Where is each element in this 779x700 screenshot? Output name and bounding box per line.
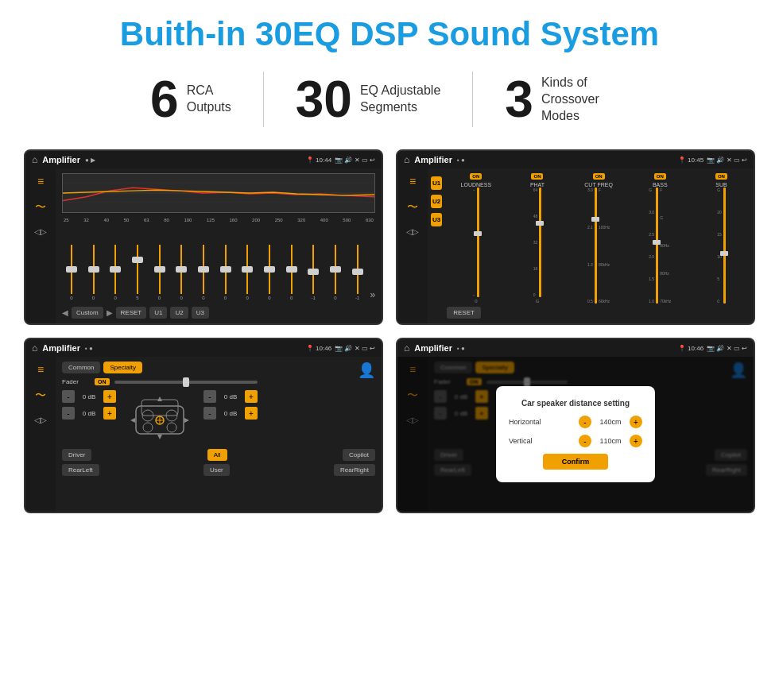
next-icon[interactable]: ▶ <box>107 308 113 317</box>
sidebar-wave-icon[interactable]: 〜 <box>35 200 46 215</box>
plus-btn-4[interactable]: + <box>245 407 258 420</box>
bass-slider <box>656 188 658 304</box>
sidebar-wave-icon-3[interactable]: 〜 <box>35 389 46 403</box>
sidebar-vol-icon[interactable]: ◁▷ <box>34 227 47 236</box>
crossover-channels: ON LOUDNESS ~~ 0 <box>447 173 750 319</box>
u3-preset[interactable]: U3 <box>431 213 442 226</box>
screenshots-grid: ⌂ Amplifier ● ▶ 📍 10:44 📷 🔊 ✕ ▭ ↩ ≡ 〜 ◁▷ <box>24 149 755 513</box>
screen-fader: ⌂ Amplifier ▪ ● 📍 10:46 📷 🔊 ✕ ▭ ↩ ≡ 〜 ◁▷ <box>24 338 383 513</box>
home-icon-4[interactable]: ⌂ <box>404 342 409 354</box>
ch-on-sub[interactable]: ON <box>715 173 727 180</box>
custom-btn[interactable]: Custom <box>72 307 103 319</box>
eq-slider-8: 0 <box>216 245 235 300</box>
sidebar-vol-icon-2[interactable]: ◁▷ <box>406 227 419 236</box>
status-bar-1: ⌂ Amplifier ● ▶ 📍 10:44 📷 🔊 ✕ ▭ ↩ <box>25 151 382 168</box>
db-value-3: 0 dB <box>219 393 242 400</box>
eq-bottom-controls: ◀ Custom ▶ RESET U1 U2 U3 <box>62 307 375 319</box>
plus-btn-1[interactable]: + <box>103 390 116 403</box>
u1-preset[interactable]: U1 <box>431 176 442 190</box>
ch-cutfreq: ON CUT FREQ 3.02.11.30.5 <box>570 173 628 304</box>
sidebar-eq-icon[interactable]: ≡ <box>37 175 44 188</box>
reset-btn-2[interactable]: RESET <box>447 307 481 319</box>
minus-btn-1[interactable]: - <box>62 390 75 403</box>
screen-dialog: ⌂ Amplifier ▪ ● 📍 10:46 📷 🔊 ✕ ▭ ↩ ≡ 〜 ◁▷ <box>396 338 755 513</box>
horizontal-value: 140cm <box>595 418 626 426</box>
horizontal-minus-btn[interactable]: - <box>579 416 591 428</box>
confirm-button[interactable]: Confirm <box>543 454 609 470</box>
prev-icon[interactable]: ◀ <box>62 308 68 317</box>
reset-btn-1[interactable]: RESET <box>116 307 147 319</box>
eq-slider-5: 0 <box>150 245 169 300</box>
icons-2: 📷 🔊 ✕ ▭ ↩ <box>707 157 747 164</box>
plus-btn-3[interactable]: + <box>245 390 258 403</box>
screen-content-1: ≡ 〜 ◁▷ <box>25 168 382 323</box>
eq-slider-2: 0 <box>84 245 103 300</box>
icons-4: 📷 🔊 ✕ ▭ ↩ <box>707 345 747 352</box>
home-icon-3[interactable]: ⌂ <box>32 342 37 354</box>
screen-crossover: ⌂ Amplifier ▪ ● 📍 10:45 📷 🔊 ✕ ▭ ↩ ≡ 〜 ◁▷ <box>396 149 755 325</box>
svg-point-9 <box>167 423 176 432</box>
ch-loudness: ON LOUDNESS ~~ 0 <box>447 173 505 304</box>
eq-slider-13: 0 <box>326 245 345 300</box>
fader-on-badge[interactable]: ON <box>95 378 110 385</box>
vertical-minus-btn[interactable]: - <box>579 435 591 447</box>
horizontal-plus-btn[interactable]: + <box>630 416 642 428</box>
home-icon-1[interactable]: ⌂ <box>32 154 37 165</box>
left-sidebar-3: ≡ 〜 ◁▷ <box>25 357 56 512</box>
dialog-title: Car speaker distance setting <box>509 399 642 408</box>
stats-row: 6 RCAOutputs 30 EQ AdjustableSegments 3 … <box>24 72 755 127</box>
stat-eq-label: EQ AdjustableSegments <box>360 83 440 116</box>
driver-btn-3[interactable]: Driver <box>62 449 91 461</box>
ch-on-phat[interactable]: ON <box>531 173 543 180</box>
rearleft-btn-3[interactable]: RearLeft <box>62 464 99 476</box>
fader-slider-h[interactable] <box>114 381 258 384</box>
ch-on-bass[interactable]: ON <box>654 173 666 180</box>
sidebar-vol-icon-3[interactable]: ◁▷ <box>34 416 47 424</box>
ch-on-cutfreq[interactable]: ON <box>593 173 605 180</box>
eq-graph <box>62 173 375 213</box>
vertical-label: Vertical <box>509 437 556 445</box>
u1-btn-1[interactable]: U1 <box>149 307 167 319</box>
dialog-overlay: Car speaker distance setting Horizontal … <box>397 357 754 512</box>
app-title-2: Amplifier <box>414 155 452 164</box>
specialty-tab-3[interactable]: Specialty <box>103 362 141 373</box>
svg-point-8 <box>143 423 153 432</box>
plus-btn-2[interactable]: + <box>103 407 116 420</box>
ch-bass: ON BASS G3.02.52.01.51.0 <box>631 173 689 304</box>
ch-on-loudness[interactable]: ON <box>470 173 482 180</box>
screen-content-4: ≡ 〜 ◁▷ Common Specialty Fader <box>397 357 754 512</box>
stat-rca-number: 6 <box>150 74 179 125</box>
eq-slider-10: 0 <box>260 245 279 300</box>
ch-phat: ON PHAT 644832160 <box>508 173 566 304</box>
copilot-btn-3[interactable]: Copilot <box>343 449 375 461</box>
rearright-btn-3[interactable]: RearRight <box>334 464 375 476</box>
eq-freq-labels: 253240506380 100125160200250320 40050063… <box>62 218 375 222</box>
minus-btn-2[interactable]: - <box>62 407 75 420</box>
minus-btn-4[interactable]: - <box>203 407 216 420</box>
u3-btn-1[interactable]: U3 <box>192 307 209 319</box>
sub-slider <box>723 188 726 304</box>
left-sidebar-2: ≡ 〜 ◁▷ <box>397 168 428 323</box>
svg-marker-16 <box>184 418 189 423</box>
preset-buttons: U1 U2 U3 <box>431 173 442 319</box>
eq-slider-11: 0 <box>282 245 301 300</box>
minus-btn-3[interactable]: - <box>203 390 216 403</box>
stat-eq-number: 30 <box>296 74 352 125</box>
car-diagram <box>124 390 196 446</box>
user-btn-3[interactable]: User <box>203 464 230 476</box>
sidebar-eq-icon-3[interactable]: ≡ <box>37 363 44 376</box>
u2-preset[interactable]: U2 <box>431 195 442 208</box>
more-icon[interactable]: » <box>370 289 375 300</box>
u2-btn-1[interactable]: U2 <box>170 307 188 319</box>
status-dots-3: ▪ ● <box>85 345 93 352</box>
vertical-plus-btn[interactable]: + <box>630 435 642 447</box>
common-tab-3[interactable]: Common <box>62 362 100 373</box>
status-dots-1: ● ▶ <box>85 157 95 164</box>
page-title: Buith-in 30EQ DSP Sound System <box>24 16 755 52</box>
home-icon-2[interactable]: ⌂ <box>404 154 409 165</box>
stat-crossover-label: Kinds ofCrossover Modes <box>541 75 629 124</box>
fader-bottom-btns: Driver All Copilot <box>62 449 375 461</box>
sidebar-wave-icon-2[interactable]: 〜 <box>407 200 418 215</box>
all-btn-3[interactable]: All <box>207 449 227 461</box>
sidebar-eq-icon-2[interactable]: ≡ <box>409 175 416 188</box>
